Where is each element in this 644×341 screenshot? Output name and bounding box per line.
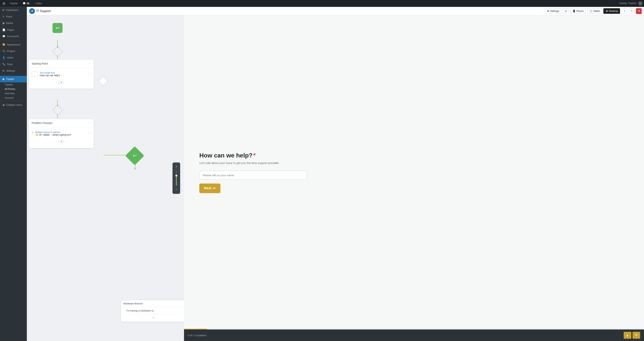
tablet-view-button[interactable]: ⬜ Tablet	[587, 8, 602, 14]
problem-field-info: Multiple Choice (3 options) 👋 Hi NAME , …	[35, 131, 86, 136]
flow-editor-panel: ↩ Starting Point ···	[27, 15, 184, 341]
start-icon: ↩	[52, 23, 62, 33]
required-mark: *	[253, 152, 256, 159]
phone-view-button[interactable]: 📱 Phone	[570, 8, 586, 14]
field-name: How can we help?	[40, 74, 87, 77]
editor-toolbar: ↺ IT Support ⚙ Settings ⊘ 📱 Phone ⬜ Tabl…	[27, 7, 644, 15]
editor-title: IT Support	[36, 9, 540, 13]
zoom-slider-thumb[interactable]	[176, 175, 177, 177]
sidebar-item-appearance[interactable]: 🎨 Appearance	[0, 41, 27, 48]
zoom-minus-button[interactable]: −	[174, 187, 179, 192]
hardware-field-text: I'm having a hardware is...	[126, 309, 155, 312]
flow-connector-1	[54, 48, 62, 55]
add-field-button[interactable]: +	[59, 80, 64, 85]
green-decision-diamond[interactable]: ↩	[125, 146, 144, 165]
field-more-menu[interactable]: ···	[88, 72, 91, 75]
sidebar-item-plugins[interactable]: 🔌 Plugins	[0, 48, 27, 54]
progress-text: 0 of 1 completed	[188, 334, 206, 337]
sidebar-item-comments[interactable]: 💬 Comments	[0, 33, 27, 40]
hardware-branch-title: Hardware Branch	[123, 302, 142, 305]
zoom-slider-track[interactable]	[176, 170, 177, 186]
hardware-branch-card: Hardware Branch ≡ I'm having a hardware …	[121, 300, 169, 322]
admin-bar-howdy: Howdy, Tripetto	[619, 1, 642, 5]
flow-decision-diamond	[100, 78, 106, 84]
problem-chooser-card: Problem Chooser ··· ≡ Multiple Choice (3…	[29, 119, 94, 148]
problem-field-more[interactable]: ···	[88, 131, 91, 134]
sidebar-collapse-menu[interactable]: ◀ Collapse menu	[0, 102, 27, 108]
sidebar-item-media[interactable]: ▣ Media	[0, 20, 27, 26]
zoom-slider-fill	[176, 177, 177, 186]
preview-question: How can we help?*	[199, 152, 256, 159]
progress-bar-fill	[184, 329, 207, 330]
share-button[interactable]: +	[622, 8, 627, 14]
sidebar-item-tripetto[interactable]: ◉ Tripetto	[0, 76, 27, 82]
admin-bar: ⊕ Tripetto 💬 0 + New Howdy, Tripetto	[0, 0, 644, 7]
sidebar-item-settings[interactable]: ⚙ Settings	[0, 68, 27, 74]
field-text-icon	[32, 72, 38, 76]
sidebar-item-tools[interactable]: 🔧 Tools	[0, 61, 27, 68]
preview-subtitle: Let's talk about your issue to get you t…	[199, 161, 280, 165]
desktop-view-button[interactable]: 🖥 Desktop	[603, 8, 620, 14]
preview-footer: 0 of 1 completed ▲ ▼	[184, 330, 644, 341]
starting-point-card: Starting Point ··· Text (single line) Ho…	[29, 59, 94, 89]
disable-view-button[interactable]: ⊘	[563, 8, 569, 14]
sidebar-sub-account[interactable]: Account	[0, 96, 27, 100]
problem-field-name: 👋 Hi NAME , what's going on?	[35, 133, 86, 136]
sidebar-sub-tripetto[interactable]: Tripetto	[0, 82, 27, 87]
admin-bar-new[interactable]: + New	[33, 2, 43, 5]
starting-point-field-row: Text (single line) How can we help? ···	[32, 70, 91, 78]
problem-chooser-menu[interactable]: ···	[88, 121, 91, 125]
wp-logo-icon[interactable]: ⊕	[2, 1, 6, 6]
list-icon: ≡	[32, 131, 33, 134]
hardware-add-button[interactable]: +	[152, 316, 154, 320]
admin-bar-comments[interactable]: 💬 0	[22, 2, 31, 5]
preview-panel: How can we help?* Let's talk about your …	[184, 15, 644, 341]
sidebar-sub-all-forms[interactable]: All Forms	[0, 87, 27, 91]
admin-bar-site-name[interactable]: Tripetto	[8, 2, 19, 5]
zoom-controls: + −	[172, 162, 180, 194]
progress-bar-container	[184, 329, 644, 330]
sidebar-item-posts[interactable]: ✎ Posts	[0, 13, 27, 20]
preview-content: How can we help?* Let's talk about your …	[184, 15, 644, 330]
starting-point-menu[interactable]: ···	[88, 62, 91, 65]
sidebar-sub-add-new[interactable]: Add New	[0, 91, 27, 96]
flow-start-node: ↩	[52, 23, 62, 33]
tripetto-logo-button[interactable]: ↺	[29, 8, 35, 14]
flow-connector-2	[54, 106, 62, 114]
zoom-plus-button[interactable]: +	[174, 164, 179, 169]
starting-point-title: Starting Point	[32, 62, 48, 65]
sidebar-item-pages[interactable]: 📄 Pages	[0, 27, 27, 33]
problem-field-row: ≡ Multiple Choice (3 options) 👋 Hi NAME …	[32, 129, 91, 138]
preview-next-button[interactable]: Next ↩	[199, 184, 220, 193]
close-button[interactable]: ✕	[636, 8, 642, 14]
help-button[interactable]: ?	[629, 8, 634, 14]
field-type: Text (single line)	[40, 72, 87, 74]
preview-nav-buttons: ▲ ▼	[624, 332, 640, 339]
problem-field-type: Multiple Choice (3 options)	[35, 131, 86, 133]
preview-nav-down-button[interactable]: ▼	[632, 332, 640, 339]
svg-marker-11	[134, 168, 136, 170]
field-info: Text (single line) How can we help?	[40, 72, 87, 77]
sidebar-item-users[interactable]: 👤 Users	[0, 54, 27, 61]
preview-nav-up-button[interactable]: ▲	[624, 332, 631, 339]
sidebar: ⊞ Dashboard ✎ Posts ▣ Media 📄 Pages 💬 Co…	[0, 7, 27, 341]
problem-chooser-title: Problem Chooser	[32, 121, 52, 124]
preview-name-input[interactable]	[199, 171, 307, 180]
add-problem-field-button[interactable]: +	[59, 139, 64, 144]
sidebar-item-dashboard[interactable]: ⊞ Dashboard	[0, 7, 27, 13]
name-tag: NAME	[42, 134, 50, 136]
settings-button[interactable]: ⚙ Settings	[545, 8, 561, 14]
